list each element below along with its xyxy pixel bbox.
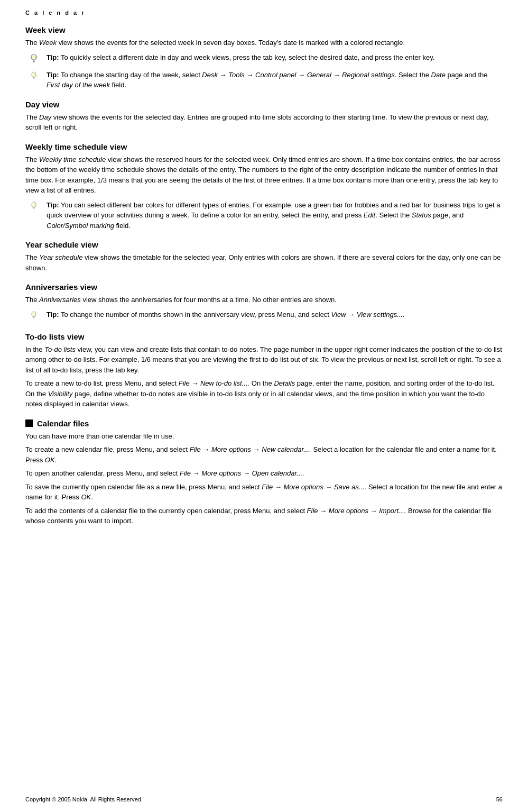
todo-para-1: In the To-do lists view, you can view an… (25, 344, 503, 376)
year-schedule-link: Year schedule (39, 253, 82, 261)
day-view-para: The Day view shows the events for the se… (25, 112, 503, 133)
page-header: C a l e n d a r (25, 10, 503, 16)
weekly-ts-link: Weekly time schedule (39, 156, 106, 163)
svg-rect-13 (33, 207, 35, 208)
tip-week-2-text: Tip: To change the starting day of the w… (47, 70, 503, 90)
todo-heading: To-do lists view (25, 332, 503, 341)
tip-week-1-text: Tip: To quickly select a different date … (47, 52, 434, 63)
svg-rect-9 (33, 77, 35, 78)
calendar-files-para-2: To create a new calendar file, press Men… (25, 444, 503, 465)
footer-copyright: Copyright © 2005 Nokia. All Rights Reser… (25, 796, 143, 802)
svg-point-7 (33, 56, 35, 58)
svg-rect-17 (33, 317, 35, 318)
calendar-files-heading: Calendar files (37, 419, 89, 428)
week-link: Week (39, 39, 57, 47)
day-view-heading: Day view (25, 100, 503, 109)
todo-link: To-do lists (44, 345, 76, 353)
svg-rect-6 (33, 60, 35, 61)
year-schedule-para: The Year schedule view shows the timetab… (25, 252, 503, 273)
anniversaries-heading: Anniversaries view (25, 282, 503, 291)
todo-para-2: To create a new to-do list, press Menu, … (25, 378, 503, 409)
svg-rect-14 (33, 208, 35, 208)
svg-point-19 (33, 313, 35, 315)
tip-anniversaries-text: Tip: To change the number of months show… (47, 309, 405, 320)
tip-icon-4 (25, 310, 42, 323)
section-square-icon (25, 419, 33, 427)
calendar-files-para-5: To add the contents of a calendar file t… (25, 506, 503, 526)
anniversaries-para: The Anniversaries view shows the anniver… (25, 295, 503, 305)
year-schedule-heading: Year schedule view (25, 240, 503, 249)
svg-rect-10 (33, 78, 35, 78)
tip-icon-2 (25, 70, 42, 83)
calendar-files-section-title: Calendar files (25, 419, 503, 428)
weekly-ts-para: The Weekly time schedule view shows the … (25, 154, 503, 196)
tip-anniversaries: Tip: To change the number of months show… (25, 309, 503, 323)
calendar-files-para-1: You can have more than one calendar file… (25, 431, 503, 442)
svg-rect-5 (33, 60, 35, 61)
calendar-files-para-3: To open another calendar, press Menu, an… (25, 468, 503, 479)
tip-week-2: Tip: To change the starting day of the w… (25, 70, 503, 90)
tip-weekly-ts-text: Tip: You can select different bar colors… (47, 200, 503, 231)
tip-icon-1 (25, 53, 42, 66)
week-view-para: The Week view shows the events for the s… (25, 38, 503, 48)
svg-point-15 (33, 204, 35, 206)
tip-week-1: Tip: To quickly select a different date … (25, 52, 503, 66)
week-view-heading: Week view (25, 25, 503, 34)
svg-rect-18 (33, 317, 35, 318)
tip-icon-3 (25, 200, 42, 213)
page-footer: Copyright © 2005 Nokia. All Rights Reser… (25, 796, 503, 802)
calendar-files-para-4: To save the currently open calendar file… (25, 482, 503, 503)
svg-point-11 (33, 74, 35, 76)
footer-page-number: 56 (496, 796, 503, 802)
weekly-ts-heading: Weekly time schedule view (25, 142, 503, 151)
tip-weekly-ts: Tip: You can select different bar colors… (25, 200, 503, 231)
anniversaries-link: Anniversaries (39, 296, 81, 304)
day-link: Day (39, 113, 51, 121)
